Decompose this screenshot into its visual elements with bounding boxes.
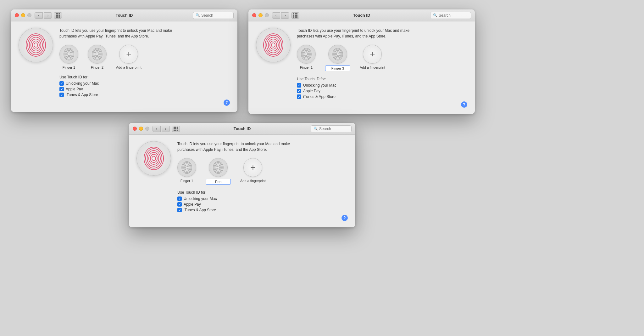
- svg-point-6: [68, 53, 70, 56]
- svg-point-17: [270, 41, 277, 49]
- search-bar-1[interactable]: 🔍: [193, 12, 234, 19]
- svg-point-33: [150, 154, 157, 162]
- right-content-2: Touch ID lets you use your fingerprint t…: [297, 28, 467, 108]
- nav-buttons-3: ‹ ›: [153, 126, 170, 132]
- finger-2-svg: [91, 48, 104, 61]
- help-button-1[interactable]: ?: [224, 100, 230, 106]
- finger-2-svg-2: [331, 48, 344, 61]
- svg-point-12: [95, 52, 99, 57]
- svg-point-23: [304, 52, 308, 57]
- checkbox-itunes-icon-2[interactable]: [297, 94, 301, 99]
- add-fingerprint-label-2: Add a fingerprint: [360, 65, 385, 69]
- back-button-2[interactable]: ‹: [272, 12, 280, 19]
- forward-button-3[interactable]: ›: [162, 126, 170, 132]
- checkbox-applepay-label-1: Apple Pay: [66, 87, 83, 91]
- window-touchid-3: ‹ › Touch ID 🔍: [129, 123, 355, 227]
- checkbox-applepay-2: Apple Pay: [297, 89, 467, 93]
- finger-1-label: Finger 1: [63, 65, 75, 69]
- window-controls-3: [133, 127, 149, 131]
- checkbox-unlock-label-2: Unlocking your Mac: [303, 83, 336, 88]
- grid-button-2[interactable]: [291, 12, 299, 19]
- finger-2-option: Finger 2: [88, 45, 107, 69]
- checkbox-itunes-label-1: iTunes & App Store: [66, 93, 98, 97]
- close-button-3[interactable]: [133, 127, 137, 131]
- svg-point-14: [93, 49, 101, 59]
- svg-point-19: [267, 37, 280, 53]
- checkbox-itunes-label-2: iTunes & App Store: [303, 94, 336, 99]
- svg-point-38: [186, 166, 188, 169]
- description-1: Touch ID lets you use your fingerprint t…: [59, 28, 179, 39]
- grid-button-1[interactable]: [54, 12, 62, 19]
- main-fingerprint-2: [256, 28, 291, 62]
- finger-2-label: Finger 2: [91, 65, 103, 69]
- finger-2-svg-3: [212, 161, 225, 174]
- finger-2-circle-3: [209, 158, 228, 177]
- minimize-button-2[interactable]: [258, 13, 263, 17]
- finger-2-label-input-2[interactable]: [325, 65, 350, 71]
- maximize-button-2[interactable]: [265, 13, 269, 17]
- checkbox-applepay-icon-1[interactable]: [59, 87, 64, 91]
- help-button-3[interactable]: ?: [341, 215, 348, 221]
- minimize-button-3[interactable]: [139, 127, 143, 131]
- close-button-2[interactable]: [252, 13, 256, 17]
- maximize-button-1[interactable]: [27, 13, 31, 17]
- search-icon-2: 🔍: [433, 13, 437, 17]
- finger-1-option-3: Finger 1: [177, 158, 196, 183]
- svg-point-4: [28, 35, 44, 55]
- window-touchid-2: ‹ › Touch ID 🔍: [248, 9, 475, 114]
- add-fingerprint-option-1: + Add a fingerprint: [116, 45, 142, 69]
- add-fingerprint-circle-2[interactable]: +: [363, 45, 382, 64]
- finger-2-circle: [88, 45, 107, 64]
- checkbox-applepay-icon-3[interactable]: [177, 202, 182, 207]
- checkbox-unlock-icon-1[interactable]: [59, 81, 64, 86]
- plus-icon-1: +: [126, 50, 131, 59]
- svg-point-32: [152, 156, 156, 161]
- checkbox-itunes-1: iTunes & App Store: [59, 93, 230, 97]
- back-button-3[interactable]: ‹: [153, 126, 161, 132]
- finger-1-circle: [59, 45, 78, 64]
- svg-point-39: [185, 165, 189, 170]
- checkbox-itunes-icon-3[interactable]: [177, 208, 182, 212]
- use-section-1: Use Touch ID for: Unlocking your Mac App…: [59, 75, 230, 97]
- svg-point-41: [183, 162, 191, 173]
- use-section-2: Use Touch ID for: Unlocking your Mac App…: [297, 77, 467, 99]
- svg-point-10: [64, 48, 74, 60]
- checkbox-itunes-icon-1[interactable]: [59, 93, 64, 97]
- search-icon-1: 🔍: [196, 13, 200, 17]
- add-fingerprint-circle-3[interactable]: +: [243, 158, 262, 177]
- description-3: Touch ID lets you use your fingerprint t…: [177, 141, 297, 152]
- main-fingerprint-1: [19, 28, 53, 62]
- finger-2-label-input-3[interactable]: [206, 179, 231, 185]
- checkbox-unlock-3: Unlocking your Mac: [177, 196, 348, 201]
- search-bar-3[interactable]: 🔍: [311, 125, 352, 132]
- add-fingerprint-circle-1[interactable]: +: [119, 45, 138, 64]
- forward-button-1[interactable]: ›: [44, 12, 52, 19]
- use-section-3: Use Touch ID for: Unlocking your Mac App…: [177, 190, 348, 212]
- search-input-2[interactable]: [439, 13, 467, 18]
- minimize-button-1[interactable]: [21, 13, 25, 17]
- forward-button-2[interactable]: ›: [281, 12, 289, 19]
- svg-point-3: [29, 37, 42, 53]
- checkbox-unlock-icon-3[interactable]: [177, 196, 182, 201]
- search-bar-2[interactable]: 🔍: [430, 12, 471, 19]
- search-input-1[interactable]: [201, 13, 230, 18]
- close-button-1[interactable]: [15, 13, 19, 17]
- fingerprint-svg-main-1: [23, 32, 48, 58]
- svg-point-27: [336, 53, 339, 56]
- checkbox-applepay-icon-2[interactable]: [297, 89, 301, 93]
- window-touchid-1: ‹ › Touch ID 🔍: [11, 9, 237, 112]
- finger-1-svg: [62, 48, 75, 61]
- finger-1-label-3: Finger 1: [180, 179, 193, 183]
- checkbox-applepay-1: Apple Pay: [59, 87, 230, 91]
- search-input-3[interactable]: [319, 127, 347, 131]
- window-title-1: Touch ID: [116, 13, 133, 18]
- finger-1-svg-2: [300, 48, 313, 61]
- help-button-2[interactable]: ?: [461, 101, 467, 108]
- checkbox-unlock-icon-2[interactable]: [297, 83, 301, 88]
- back-button-1[interactable]: ‹: [35, 12, 43, 19]
- svg-point-25: [302, 49, 310, 59]
- svg-point-30: [334, 49, 342, 59]
- maximize-button-3[interactable]: [145, 127, 149, 131]
- grid-button-3[interactable]: [172, 126, 180, 132]
- nav-buttons-1: ‹ ›: [35, 12, 52, 19]
